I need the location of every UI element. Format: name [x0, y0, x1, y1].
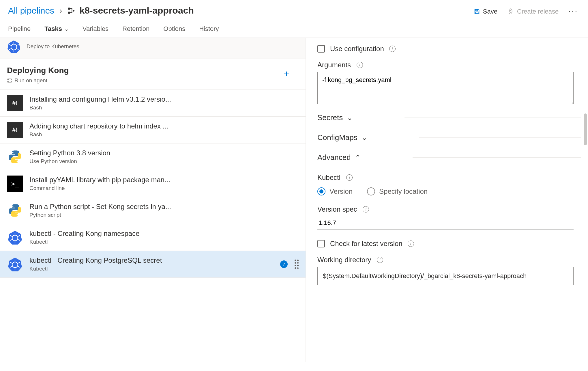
- task-type: Kubectl: [29, 266, 162, 272]
- radio-specify-location[interactable]: Specify location: [367, 187, 428, 195]
- chevron-down-icon: ⌄: [347, 114, 353, 122]
- svg-point-19: [16, 161, 18, 162]
- agent-job-subtitle: Run on agent: [14, 77, 47, 84]
- breadcrumb-root-link[interactable]: All pipelines: [8, 6, 54, 16]
- breadcrumb-separator: ›: [59, 6, 62, 15]
- pipeline-title: k8-secrets-yaml-approach: [79, 5, 194, 16]
- python-icon: [8, 149, 23, 164]
- task-type: Use Python version: [29, 158, 110, 165]
- check-latest-label: Check for latest version: [330, 240, 402, 248]
- task-item[interactable]: Setting Python 3.8 version Use Python ve…: [0, 143, 306, 170]
- check-latest-checkbox[interactable]: [317, 240, 325, 247]
- divider: [413, 157, 581, 158]
- agent-job-title: Deploying Kong: [7, 66, 69, 75]
- tab-retention[interactable]: Retention: [122, 25, 149, 37]
- section-secrets[interactable]: Secrets ⌄: [317, 110, 353, 125]
- radio-version[interactable]: Version: [317, 187, 353, 195]
- tab-variables[interactable]: Variables: [83, 25, 108, 37]
- task-name: Installing and configuring Helm v3.1.2 v…: [29, 95, 171, 103]
- radio-version-input[interactable]: [317, 187, 325, 195]
- svg-point-18: [12, 152, 13, 153]
- arguments-label: Arguments: [317, 61, 351, 69]
- stage-header-partial[interactable]: Deploy to Kubernetes: [0, 38, 306, 59]
- version-spec-input[interactable]: [317, 216, 574, 230]
- working-directory-input[interactable]: $(System.DefaultWorkingDirectory)/_bgarc…: [317, 267, 574, 285]
- section-advanced[interactable]: Advanced ⌃: [317, 150, 361, 165]
- svg-point-17: [8, 81, 9, 82]
- task-item[interactable]: >_ Install pyYAML library with pip packa…: [0, 170, 306, 197]
- save-button-label: Save: [483, 8, 497, 15]
- drag-handle-icon[interactable]: [295, 260, 299, 269]
- info-icon[interactable]: i: [363, 206, 369, 212]
- info-icon[interactable]: i: [408, 241, 414, 247]
- task-type: Bash: [29, 131, 168, 138]
- tab-tasks[interactable]: Tasks⌄: [44, 25, 69, 37]
- task-item[interactable]: #! Adding kong chart repository to helm …: [0, 117, 306, 143]
- tasks-pane: Deploy to Kubernetes Deploying Kong Run …: [0, 38, 306, 362]
- info-icon[interactable]: i: [389, 46, 396, 52]
- use-configuration-checkbox[interactable]: [317, 45, 325, 53]
- svg-rect-14: [8, 79, 12, 80]
- stage-subtitle: Deploy to Kubernetes: [27, 43, 79, 50]
- svg-rect-4: [475, 12, 478, 13]
- task-item[interactable]: Run a Python script - Set Kong secrets i…: [0, 197, 306, 224]
- svg-point-5: [510, 10, 511, 11]
- server-icon: [7, 78, 12, 83]
- more-actions-button[interactable]: ···: [568, 7, 578, 16]
- agent-job-block[interactable]: Deploying Kong Run on agent +: [0, 59, 306, 90]
- info-icon[interactable]: i: [346, 174, 353, 181]
- create-release-label: Create release: [517, 8, 559, 15]
- task-list: #! Installing and configuring Helm v3.1.…: [0, 90, 306, 278]
- scrollbar[interactable]: [584, 113, 587, 145]
- svg-rect-1: [68, 12, 70, 14]
- task-name: kubectl - Creating Kong PostgreSQL secre…: [29, 256, 162, 264]
- add-task-button[interactable]: +: [284, 68, 289, 79]
- use-configuration-label: Use configuration: [330, 45, 384, 53]
- tab-history[interactable]: History: [199, 25, 219, 37]
- task-details-pane: Use configuration i Arguments i Secrets …: [306, 38, 588, 362]
- arguments-input[interactable]: [317, 72, 574, 104]
- header-actions: Save Create release ···: [474, 7, 578, 16]
- svg-point-2: [73, 10, 75, 12]
- main-pane: Deploy to Kubernetes Deploying Kong Run …: [0, 38, 588, 362]
- task-item[interactable]: #! Installing and configuring Helm v3.1.…: [0, 90, 306, 117]
- info-icon[interactable]: i: [357, 62, 363, 68]
- task-name: Run a Python script - Set Kong secrets i…: [29, 203, 171, 211]
- section-configmaps[interactable]: ConfigMaps ⌄: [317, 130, 367, 145]
- task-item[interactable]: kubectl - Creating Kong namespace Kubect…: [0, 224, 306, 251]
- task-type: Kubectl: [29, 239, 140, 245]
- svg-point-16: [8, 79, 9, 80]
- bash-icon: #!: [7, 95, 23, 111]
- info-icon[interactable]: i: [377, 257, 383, 263]
- chevron-down-icon: ⌄: [64, 26, 69, 32]
- tabs-row: Pipeline Tasks⌄ Variables Retention Opti…: [0, 20, 588, 38]
- python-icon: [8, 203, 23, 218]
- save-icon: [474, 8, 480, 15]
- radio-specify-input[interactable]: [367, 187, 375, 195]
- section-advanced-label: Advanced: [317, 153, 351, 162]
- svg-rect-0: [68, 8, 70, 10]
- task-item[interactable]: kubectl - Creating Kong PostgreSQL secre…: [0, 251, 306, 278]
- working-directory-label: Working directory: [317, 256, 371, 264]
- section-configmaps-label: ConfigMaps: [317, 133, 357, 142]
- breadcrumb-row: All pipelines › k8-secrets-yaml-approach…: [0, 0, 588, 20]
- bash-icon: #!: [7, 122, 23, 138]
- divider: [405, 118, 581, 118]
- svg-point-21: [16, 214, 18, 215]
- tab-options[interactable]: Options: [163, 25, 185, 37]
- task-name: Install pyYAML library with pip package …: [29, 176, 170, 184]
- task-name: Adding kong chart repository to helm ind…: [29, 122, 168, 130]
- kubernetes-icon: [7, 40, 21, 53]
- tab-pipeline[interactable]: Pipeline: [8, 25, 31, 37]
- divider: [419, 137, 581, 138]
- version-spec-label: Version spec: [317, 205, 357, 213]
- svg-rect-3: [475, 9, 477, 11]
- task-name: Setting Python 3.8 version: [29, 149, 110, 157]
- save-button[interactable]: Save: [474, 8, 497, 15]
- section-secrets-label: Secrets: [317, 113, 343, 122]
- rocket-icon: [507, 8, 514, 15]
- kubectl-label: Kubectl: [317, 174, 340, 182]
- create-release-button[interactable]: Create release: [507, 8, 559, 15]
- svg-rect-15: [8, 81, 12, 83]
- tab-tasks-label: Tasks: [44, 25, 62, 32]
